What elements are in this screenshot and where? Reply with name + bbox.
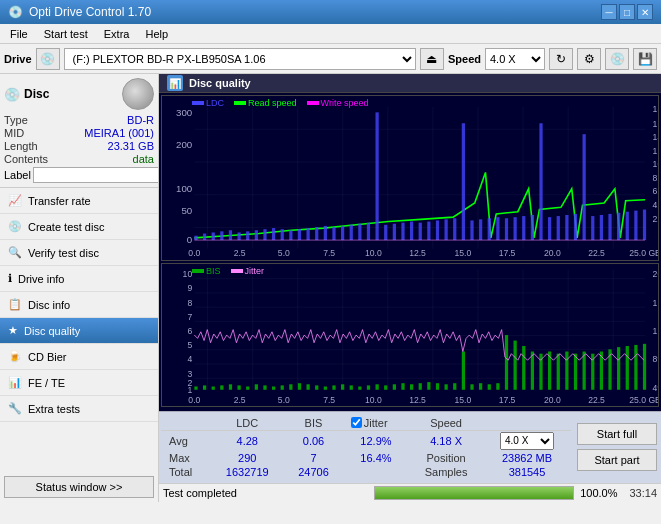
svg-rect-114: [332, 385, 335, 389]
menu-extra[interactable]: Extra: [98, 27, 136, 41]
svg-rect-141: [565, 351, 568, 389]
svg-rect-143: [583, 351, 586, 389]
svg-text:50: 50: [181, 205, 192, 216]
svg-text:1: 1: [187, 385, 192, 395]
time-display: 33:14: [629, 487, 657, 499]
drive-select[interactable]: (F:) PLEXTOR BD-R PX-LB950SA 1.06: [64, 48, 416, 70]
bottom-chart-svg: 10 9 8 7 6 5 4 3 2 1 20% 16% 12% 8% 4%: [162, 264, 658, 406]
nav-cd-bier[interactable]: 🍺 CD Bier: [0, 344, 158, 370]
svg-text:16%: 16%: [653, 297, 658, 307]
svg-rect-46: [358, 224, 361, 240]
svg-rect-76: [617, 213, 620, 240]
status-window-btn[interactable]: Status window >>: [4, 476, 154, 498]
legend-read-speed: Read speed: [234, 98, 297, 108]
refresh-btn[interactable]: ↻: [549, 48, 573, 70]
max-label: Max: [161, 451, 210, 465]
nav-fe-te-icon: 📊: [8, 376, 22, 389]
nav-transfer-rate[interactable]: 📈 Transfer rate: [0, 188, 158, 214]
nav-fe-te[interactable]: 📊 FE / TE: [0, 370, 158, 396]
avg-speed-select[interactable]: 4.0 X: [500, 432, 554, 450]
svg-rect-72: [583, 134, 586, 240]
legend-jitter: Jitter: [231, 266, 265, 276]
app-title: Opti Drive Control 1.70: [29, 5, 151, 19]
progress-bar-fill: [375, 487, 573, 499]
disc-type-label: Type: [4, 114, 28, 126]
save-btn[interactable]: 💾: [633, 48, 657, 70]
disc-label-input[interactable]: [33, 167, 159, 183]
drive-icon-btn[interactable]: 💿: [36, 48, 60, 70]
avg-bis: 0.06: [284, 430, 343, 451]
nav-disc-quality-icon: ★: [8, 324, 18, 337]
svg-text:10.0: 10.0: [365, 395, 382, 405]
minimize-button[interactable]: ─: [601, 4, 617, 20]
svg-rect-149: [634, 345, 637, 390]
menu-file[interactable]: File: [4, 27, 34, 41]
avg-label: Avg: [161, 430, 210, 451]
total-label: Total: [161, 465, 210, 479]
svg-rect-98: [194, 386, 197, 389]
legend-bis: BIS: [192, 266, 221, 276]
drive-label: Drive: [4, 53, 32, 65]
svg-rect-27: [194, 236, 197, 240]
bottom-chart-legend: BIS Jitter: [192, 266, 264, 276]
svg-rect-47: [367, 223, 370, 240]
start-part-button[interactable]: Start part: [577, 449, 657, 471]
eject-btn[interactable]: ⏏: [420, 48, 444, 70]
disc-length-value: 23.31 GB: [108, 140, 154, 152]
nav-disc-quality-label: Disc quality: [24, 325, 80, 337]
nav-create-test[interactable]: 💿 Create test disc: [0, 214, 158, 240]
total-bis: 24706: [284, 465, 343, 479]
menu-start-test[interactable]: Start test: [38, 27, 94, 41]
svg-text:12X: 12X: [653, 146, 658, 156]
max-ldc: 290: [210, 451, 284, 465]
svg-rect-56: [445, 219, 448, 240]
svg-text:5.0: 5.0: [278, 395, 290, 405]
svg-rect-58: [462, 123, 465, 240]
svg-rect-128: [453, 383, 456, 390]
svg-text:300: 300: [176, 107, 193, 118]
svg-rect-48: [375, 112, 378, 240]
svg-rect-136: [522, 346, 525, 390]
nav-extra-tests[interactable]: 🔧 Extra tests: [0, 396, 158, 422]
svg-rect-59: [470, 220, 473, 240]
svg-rect-103: [237, 385, 240, 389]
svg-text:14X: 14X: [653, 132, 658, 142]
start-full-button[interactable]: Start full: [577, 423, 657, 445]
disc-length-label: Length: [4, 140, 38, 152]
svg-text:25.0 GB: 25.0 GB: [629, 248, 658, 258]
nav-drive-info[interactable]: ℹ Drive info: [0, 266, 158, 292]
svg-rect-110: [298, 383, 301, 390]
svg-text:20.0: 20.0: [544, 248, 561, 258]
disc-length-row: Length 23.31 GB: [4, 140, 154, 152]
nav-verify-test[interactable]: 🔍 Verify test disc: [0, 240, 158, 266]
svg-rect-62: [496, 217, 499, 240]
disc-image: [122, 78, 154, 110]
svg-rect-53: [419, 223, 422, 240]
col-bis: BIS: [284, 416, 343, 431]
samples-label: Samples: [409, 465, 483, 479]
speed-select[interactable]: 4.0 X: [485, 48, 545, 70]
svg-rect-43: [332, 227, 335, 240]
close-button[interactable]: ✕: [637, 4, 653, 20]
svg-rect-61: [488, 218, 491, 240]
menu-help[interactable]: Help: [139, 27, 174, 41]
jitter-checkbox[interactable]: [351, 417, 362, 428]
svg-rect-29: [212, 232, 215, 240]
svg-rect-116: [350, 385, 353, 389]
svg-rect-39: [298, 229, 301, 240]
nav-extra-tests-icon: 🔧: [8, 402, 22, 415]
nav-disc-info[interactable]: 📋 Disc info: [0, 292, 158, 318]
svg-text:4%: 4%: [653, 383, 658, 393]
max-row: Max 290 7 16.4% Position 23862 MB: [161, 451, 571, 465]
svg-text:8%: 8%: [653, 354, 658, 364]
total-ldc: 1632719: [210, 465, 284, 479]
svg-text:8X: 8X: [653, 173, 658, 183]
nav-disc-quality[interactable]: ★ Disc quality: [0, 318, 158, 344]
disc-btn[interactable]: 💿: [605, 48, 629, 70]
svg-text:22.5: 22.5: [588, 248, 605, 258]
svg-text:17.5: 17.5: [499, 395, 516, 405]
svg-rect-129: [462, 351, 465, 389]
maximize-button[interactable]: □: [619, 4, 635, 20]
config-btn[interactable]: ⚙: [577, 48, 601, 70]
svg-rect-79: [643, 210, 646, 241]
